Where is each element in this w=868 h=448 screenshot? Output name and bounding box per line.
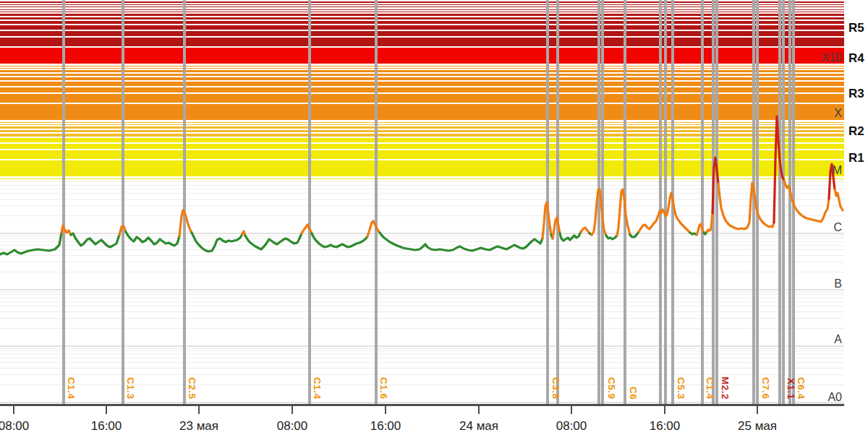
- event-label-c1.3: C1.3: [125, 377, 136, 400]
- x-axis-tick: [385, 406, 386, 414]
- scale-label-r3: R3: [848, 87, 864, 101]
- flux-curve-segment: [312, 233, 367, 247]
- scale-label-r4: R4: [848, 51, 864, 66]
- x-axis-tick: [106, 406, 107, 414]
- flux-curve-segment: [380, 233, 542, 251]
- x-axis-tick: [292, 406, 293, 414]
- event-label-c2.5: C2.5: [187, 377, 197, 400]
- x-axis-tick: [664, 406, 665, 414]
- scale-label-r1: R1: [848, 151, 864, 165]
- flux-curve-segment: [617, 189, 630, 236]
- xray-flux-chart[interactable]: C1.4C1.3C2.5C1.4C1.6C3.8C5.9C6C5.3C1.4M2…: [0, 0, 868, 448]
- flux-curve-segment: [126, 232, 179, 246]
- event-label-c3.8: C3.8: [550, 377, 561, 400]
- x-tick-label: 25 мая: [725, 419, 790, 434]
- x-axis-line: [0, 404, 844, 406]
- flux-curve-segment: [542, 202, 551, 238]
- flux-curve-segment: [61, 225, 71, 235]
- class-label-a: A: [788, 333, 842, 346]
- flux-curve-segment: [630, 232, 639, 237]
- flux-curve-segment: [707, 213, 712, 232]
- class-label-c: C: [788, 221, 842, 234]
- event-label-c1.6: C1.6: [378, 377, 389, 400]
- flux-curve-segment: [302, 225, 312, 233]
- flux-curve-segment: [119, 226, 126, 235]
- x-axis-tick: [13, 406, 14, 414]
- scale-label-r2: R2: [848, 124, 864, 139]
- x-tick-label: 23 мая: [166, 419, 231, 434]
- class-label-b: B: [788, 277, 842, 290]
- flux-curve-segment: [367, 221, 380, 236]
- flux-curve-segment: [784, 181, 829, 222]
- flux-curve-segment: [718, 183, 774, 229]
- flux-curve-segment: [71, 233, 119, 247]
- flux-curve-segment: [0, 233, 61, 254]
- x-tick-label: 16:00: [74, 419, 139, 434]
- event-label-c6: C6: [628, 387, 639, 400]
- event-label-m2.2: M2.2: [720, 376, 731, 400]
- x-tick-label: 16:00: [632, 419, 697, 434]
- x-axis-tick: [571, 406, 572, 414]
- flux-curve-segment: [581, 228, 590, 233]
- x-tick-label: 16:00: [353, 419, 418, 434]
- flux-curve-segment: [592, 189, 606, 236]
- x-tick-label: 24 мая: [446, 419, 511, 434]
- class-label-x10: X10: [788, 51, 842, 64]
- event-label-c7.6: C7.6: [760, 377, 771, 400]
- class-label-a0: A0: [788, 391, 842, 404]
- flux-curve-segment: [774, 116, 784, 223]
- x-tick-label: 08:00: [260, 419, 325, 434]
- flux-curve-segment: [553, 217, 560, 238]
- x-tick-label: 08:00: [0, 419, 46, 434]
- flux-curve-segment: [192, 233, 242, 251]
- scale-label-r5: R5: [848, 21, 864, 35]
- event-label-c1.4: C1.4: [66, 377, 77, 400]
- flux-curve-segment: [606, 236, 617, 239]
- flux-curve-segment: [835, 189, 843, 210]
- event-label-c5.3: C5.3: [676, 377, 686, 400]
- flux-curve-segment: [245, 233, 302, 249]
- flux-curve-segment: [639, 193, 690, 233]
- class-label-m: M: [788, 164, 842, 177]
- x-axis-tick: [757, 406, 758, 414]
- event-label-c1.4: C1.4: [312, 377, 323, 400]
- flux-curve-segment: [179, 210, 192, 236]
- event-label-c1.4: C1.4: [705, 377, 715, 400]
- event-label-c5.9: C5.9: [606, 377, 617, 400]
- x-axis-tick: [198, 406, 200, 414]
- flux-curve-segment: [560, 232, 581, 241]
- class-label-x: X: [788, 107, 842, 120]
- flux-curve-segment: [697, 224, 704, 235]
- x-tick-label: 08:00: [539, 419, 604, 434]
- x-axis-tick: [478, 406, 480, 414]
